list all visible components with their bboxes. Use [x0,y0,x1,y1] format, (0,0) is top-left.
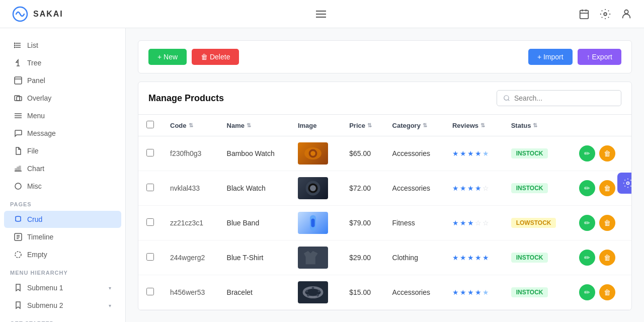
crud-icon [14,215,22,223]
file-icon [14,147,22,155]
sidebar: List Tree Panel Overlay [0,28,126,322]
sidebar-item-message[interactable]: Message [4,125,121,142]
sidebar-item-panel[interactable]: Panel [4,72,121,89]
row-checkbox[interactable] [146,253,154,261]
col-name[interactable]: Name⇅ [227,122,282,129]
row-checkbox[interactable] [146,184,154,191]
row-category: Fitness [384,206,444,240]
sidebar-item-message-label: Message [27,129,56,137]
sidebar-item-empty-label: Empty [27,251,47,259]
row-checkbox[interactable] [146,218,154,226]
row-name: Black Watch [219,171,290,206]
sidebar-item-file[interactable]: File [4,142,121,159]
svg-rect-13 [15,77,22,84]
row-status: INSTOCK [503,171,571,206]
sidebar-item-misc[interactable]: Misc [4,178,121,195]
col-code[interactable]: Code⇅ [170,122,211,129]
svg-point-46 [307,294,309,297]
sort-icon-category: ⇅ [423,122,427,129]
edit-button[interactable]: ✏ [579,250,595,266]
edit-button[interactable]: ✏ [579,145,595,162]
empty-icon [14,251,22,259]
search-box[interactable] [497,90,621,106]
svg-point-30 [627,182,629,185]
table-row: f230fh0g3 Bamboo Watch $65.00 Accessorie… [138,136,631,171]
svg-point-42 [306,290,308,292]
sidebar-item-menu[interactable]: Menu [4,107,121,124]
gear-icon[interactable] [600,9,611,20]
col-reviews[interactable]: Reviews⇅ [452,122,495,129]
row-delete-button[interactable]: 🗑 [599,284,615,300]
row-status: LOWSTOCK [503,206,571,240]
edit-button[interactable]: ✏ [579,215,595,231]
search-input[interactable] [514,94,615,102]
row-delete-button[interactable]: 🗑 [599,250,615,266]
sidebar-item-list[interactable]: List [4,37,121,54]
col-category-label: Category [392,122,421,129]
row-reviews: ★★★☆☆ [444,206,503,240]
bookmark-icon-1 [14,284,22,292]
sidebar-item-chart[interactable]: Chart [4,160,121,177]
row-reviews: ★★★★★ [444,275,503,310]
row-name: Bamboo Watch [219,136,290,171]
row-checkbox[interactable] [146,288,154,295]
panel-icon [14,76,22,85]
svg-point-10 [14,43,15,44]
main-content: + New 🗑 Delete + Import ↑ Export [126,28,644,322]
row-price: $65.00 [341,136,384,171]
row-price: $15.00 [341,275,384,310]
settings-fab[interactable] [617,173,632,194]
row-image [290,240,341,275]
sidebar-item-timeline[interactable]: Timeline [4,228,121,246]
row-actions: ✏ 🗑 [571,136,631,171]
row-category: Accessories [384,171,444,206]
message-icon [14,129,22,137]
calendar-icon[interactable] [579,9,590,20]
col-code-label: Code [170,122,187,129]
col-status[interactable]: Status⇅ [511,122,563,129]
sort-icon-status: ⇅ [533,122,537,129]
row-checkbox[interactable] [146,149,154,156]
row-category: Accessories [384,136,444,171]
sidebar-item-tree[interactable]: Tree [4,54,121,71]
hamburger-icon[interactable] [316,11,326,18]
row-delete-button[interactable]: 🗑 [599,145,615,162]
sidebar-item-crud[interactable]: Crud [4,211,121,228]
sidebar-item-chart-label: Chart [27,165,44,173]
search-icon [503,95,510,102]
row-image [290,136,341,171]
new-button-label: + New [157,53,178,61]
row-delete-button[interactable]: 🗑 [599,215,615,231]
sidebar-submenu1[interactable]: Submenu 1 ▾ [4,279,121,296]
col-price-label: Price [349,122,365,129]
new-button[interactable]: + New [148,49,187,65]
sidebar-item-overlay-label: Overlay [27,94,51,102]
submenu2-left: Submenu 2 [14,301,63,309]
row-actions: ✏ 🗑 [571,240,631,275]
row-price: $72.00 [341,171,384,206]
row-reviews: ★★★★★ [444,240,503,275]
svg-point-11 [14,45,15,46]
col-price[interactable]: Price⇅ [349,122,376,129]
edit-button[interactable]: ✏ [579,180,595,196]
svg-rect-1 [580,10,589,18]
sidebar-item-empty[interactable]: Empty [4,246,121,263]
col-category[interactable]: Category⇅ [392,122,436,129]
toolbar: + New 🗑 Delete + Import ↑ Export [138,40,632,73]
select-all-checkbox[interactable] [146,121,154,128]
row-price: $29.00 [341,240,384,275]
row-delete-button[interactable]: 🗑 [599,180,615,196]
svg-point-43 [312,287,314,289]
row-id: 244wgerg2 [162,240,219,275]
delete-button[interactable]: 🗑 Delete [192,49,239,65]
col-reviews-label: Reviews [452,122,478,129]
sidebar-item-overlay[interactable]: Overlay [4,90,121,107]
chevron-down-icon: ▾ [109,285,111,291]
user-icon[interactable] [621,9,632,20]
export-button[interactable]: ↑ Export [578,49,621,65]
row-reviews: ★★★★☆ [444,171,503,206]
import-button[interactable]: + Import [528,49,573,65]
row-id: nvklal433 [162,171,219,206]
sidebar-submenu2[interactable]: Submenu 2 ▾ [4,297,121,314]
edit-button[interactable]: ✏ [579,284,595,300]
